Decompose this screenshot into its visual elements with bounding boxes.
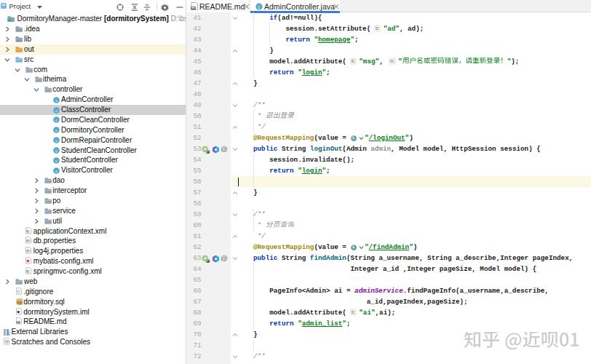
svg-text:MD: MD [191, 7, 196, 9]
svg-text:c: c [55, 148, 57, 153]
svg-text:SQL: SQL [16, 301, 23, 304]
svg-text:MD: MD [17, 321, 20, 324]
svg-text:c: c [55, 108, 57, 113]
svg-text:c: c [55, 98, 57, 103]
svg-text:c: c [258, 4, 261, 9]
svg-text:c: c [55, 138, 57, 143]
svg-text:c: c [55, 168, 57, 173]
svg-text:c: c [55, 127, 57, 132]
svg-text:c: c [55, 158, 57, 163]
svg-text:c: c [55, 117, 57, 122]
